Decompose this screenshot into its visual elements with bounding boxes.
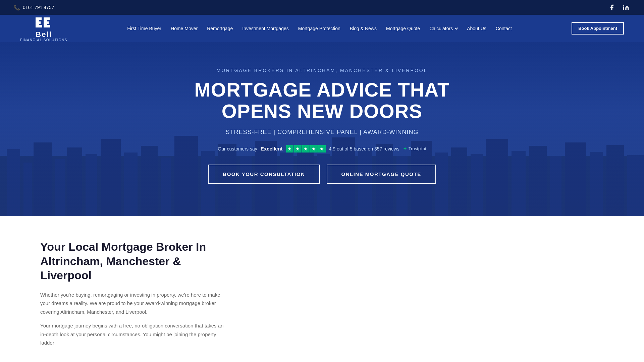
svg-rect-40: [565, 142, 586, 216]
svg-rect-8: [44, 25, 50, 27]
book-consultation-button[interactable]: BOOK YOUR CONSULTATION: [208, 165, 320, 184]
phone-bar[interactable]: 📞 0161 791 4757: [13, 4, 54, 11]
facebook-icon[interactable]: [607, 3, 616, 12]
star-3: ★: [302, 145, 310, 153]
trustpilot-logo: ✦ Trustpilot: [403, 145, 426, 152]
hero-subtitle: MORTGAGE BROKERS IN ALTRINCHAM, MANCHEST…: [171, 68, 473, 73]
hero-tagline: STRESS-FREE | COMPREHENSIVE PANEL | AWAR…: [171, 129, 473, 136]
logo-sub: Financial Solutions: [20, 38, 67, 42]
nav-mortgage-quote[interactable]: Mortgage Quote: [381, 22, 425, 35]
phone-icon: 📞: [13, 4, 20, 11]
svg-rect-17: [124, 153, 138, 216]
svg-rect-4: [36, 25, 42, 27]
svg-rect-12: [34, 142, 52, 216]
hero-section: MORTGAGE BROKERS IN ALTRINCHAM, MANCHEST…: [0, 42, 644, 216]
hero-content: MORTGAGE BROKERS IN ALTRINCHAM, MANCHEST…: [171, 68, 473, 184]
svg-rect-16: [101, 139, 121, 216]
svg-rect-11: [23, 163, 32, 216]
main-nav: Bell Financial Solutions First Time Buye…: [0, 15, 644, 42]
trustpilot-score: 4.9 out of 5 based on 357 reviews: [329, 146, 399, 152]
book-appointment-button[interactable]: Book Appointment: [572, 22, 624, 35]
svg-rect-2: [36, 17, 42, 20]
logo-text: Bell: [36, 31, 52, 38]
logo[interactable]: Bell Financial Solutions: [20, 15, 67, 42]
svg-rect-6: [44, 17, 50, 20]
online-mortgage-quote-button[interactable]: ONLINE MORTGAGE QUOTE: [327, 165, 436, 184]
svg-rect-37: [512, 151, 526, 216]
svg-rect-36: [486, 139, 508, 216]
nav-links: First Time Buyer Home Mover Remortgage I…: [122, 22, 517, 35]
svg-rect-10: [7, 149, 20, 216]
star-4: ★: [310, 145, 318, 153]
top-bar: 📞 0161 791 4757: [0, 0, 644, 15]
nav-contact[interactable]: Contact: [491, 22, 517, 35]
nav-first-time-buyer[interactable]: First Time Buyer: [122, 22, 166, 35]
trustpilot-brand: Trustpilot: [409, 146, 426, 151]
local-heading: Your Local Mortgage Broker In Altrincham…: [40, 240, 228, 283]
trustpilot-stars: ★ ★ ★ ★ ★: [286, 145, 326, 153]
nav-calculators[interactable]: Calculators: [425, 22, 462, 35]
nav-investment-mortgages[interactable]: Investment Mortgages: [237, 22, 293, 35]
local-para-2: Your mortgage journey begins with a free…: [40, 321, 228, 347]
linkedin-icon[interactable]: [621, 3, 631, 12]
nav-about-us[interactable]: About Us: [462, 22, 491, 35]
local-para-1: Whether you're buying, remortgaging or i…: [40, 291, 228, 316]
local-section: Your Local Mortgage Broker In Altrincham…: [0, 216, 644, 362]
nav-remortgage[interactable]: Remortgage: [202, 22, 237, 35]
svg-rect-18: [141, 146, 158, 216]
trustpilot-prefix: Our customers say: [218, 146, 257, 152]
svg-rect-41: [590, 152, 603, 216]
hero-buttons: BOOK YOUR CONSULTATION ONLINE MORTGAGE Q…: [171, 165, 473, 184]
trustpilot-excellent: Excellent: [261, 146, 283, 152]
star-5: ★: [318, 145, 326, 153]
phone-number: 0161 791 4757: [23, 5, 54, 10]
nav-mortgage-protection[interactable]: Mortgage Protection: [293, 22, 345, 35]
nav-home-mover[interactable]: Home Mover: [166, 22, 202, 35]
svg-rect-19: [161, 158, 171, 216]
star-2: ★: [294, 145, 302, 153]
svg-rect-14: [67, 147, 82, 216]
svg-rect-38: [529, 146, 547, 216]
local-section-inner: Your Local Mortgage Broker In Altrincham…: [40, 240, 228, 347]
hero-title: MORTGAGE ADVICE THAT OPENS NEW DOORS: [171, 79, 473, 122]
svg-rect-15: [86, 154, 97, 216]
nav-blog-news[interactable]: Blog & News: [345, 22, 381, 35]
chevron-down-icon: [455, 26, 458, 30]
svg-rect-42: [606, 145, 624, 216]
star-1: ★: [286, 145, 293, 153]
social-links: [607, 3, 631, 12]
svg-rect-3: [36, 21, 41, 24]
tp-star-icon: ✦: [403, 145, 407, 152]
svg-rect-13: [55, 159, 65, 216]
svg-rect-39: [550, 156, 561, 216]
trustpilot-bar: Our customers say Excellent ★ ★ ★ ★ ★ 4.…: [171, 145, 473, 153]
svg-rect-43: [627, 155, 644, 216]
svg-rect-7: [44, 21, 49, 24]
svg-point-0: [623, 5, 624, 6]
